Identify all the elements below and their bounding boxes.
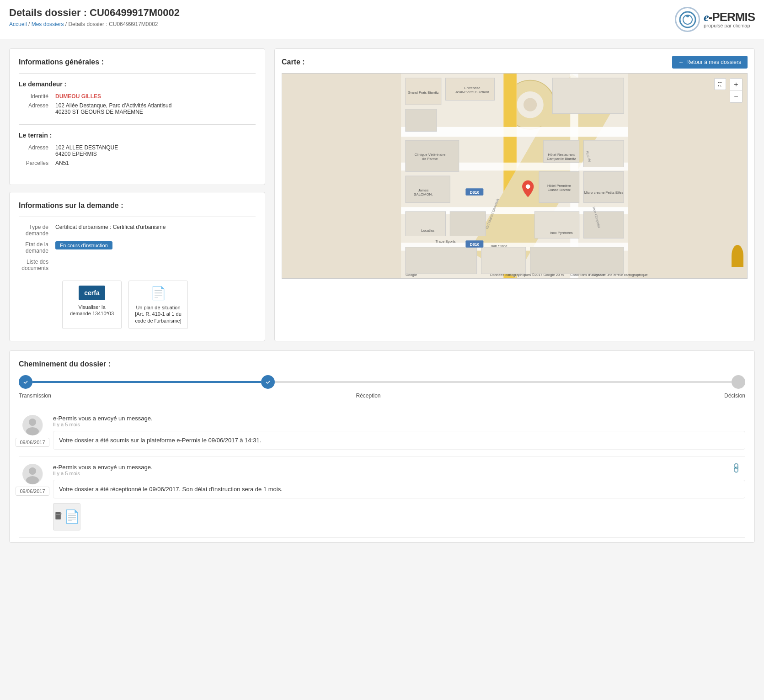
msg-time-2: Il y a 5 mois: [53, 471, 745, 476]
cerfa-logo: cerfa: [79, 286, 105, 300]
svg-point-0: [680, 12, 695, 27]
msg-body-1: Votre dossier a été soumis sur la platef…: [53, 431, 745, 450]
status-badge: En cours d'instruction: [55, 241, 112, 249]
msg-body-2: Votre dossier a été réceptionné le 09/06…: [53, 480, 745, 498]
adresse-value: 102 Allée Destanque, Parc d'Activités At…: [55, 102, 171, 115]
etat-value: En cours d'instruction: [55, 241, 112, 254]
svg-text:Hôtel Première: Hôtel Première: [547, 184, 571, 188]
svg-text:Locatlas: Locatlas: [421, 228, 434, 233]
page-header: Details dossier : CU06499917M0002 Accuei…: [0, 0, 764, 39]
parcelles-row: Parcelles AN51: [19, 160, 256, 166]
zoom-out-button[interactable]: −: [730, 90, 742, 102]
doc1-label: Visualiser la demande 13410*03: [67, 304, 117, 317]
doc2-label: Un plan de situation [Art. R. 410-1 al 1…: [134, 304, 183, 324]
msg-left-2: 09/06/2017: [19, 464, 46, 530]
svg-text:de Parme: de Parme: [422, 157, 438, 161]
svg-text:Hôtel Restaurant: Hôtel Restaurant: [548, 153, 575, 157]
timeline-segment-1: [32, 381, 261, 383]
doc-list: cerfa Visualiser la demande 13410*03 📄 U…: [62, 281, 256, 329]
msg-time-1: Il y a 5 mois: [53, 422, 745, 427]
svg-text:SALOMON.: SALOMON.: [414, 192, 433, 196]
docs-row: Liste des documents cerfa Visualiser la …: [19, 259, 256, 329]
svg-text:D810: D810: [470, 242, 479, 247]
svg-point-66: [26, 427, 39, 435]
svg-rect-70: [55, 512, 61, 520]
doc-plan[interactable]: 📄 Un plan de situation [Art. R. 410-1 al…: [128, 281, 188, 329]
svg-rect-33: [530, 247, 624, 274]
svg-text:Entreprise: Entreprise: [464, 86, 480, 90]
svg-text:Clinique Vétérinaire: Clinique Vétérinaire: [414, 153, 445, 157]
msg-attachment-2: 📄: [53, 503, 745, 530]
svg-point-2: [686, 15, 689, 17]
msg-date-2: 09/06/2017: [16, 487, 49, 496]
logo-brand: e-PERMIS: [704, 11, 755, 23]
svg-text:D810: D810: [470, 190, 479, 195]
svg-rect-72: [55, 514, 60, 514]
logo-icon: [675, 7, 700, 32]
svg-text:Signaler une erreur cartograph: Signaler une erreur cartographique: [593, 273, 648, 277]
identite-label: Identité: [19, 93, 55, 100]
svg-point-6: [524, 98, 537, 111]
svg-point-65: [29, 419, 36, 426]
attachment-file-icon[interactable]: 📄: [53, 503, 80, 530]
msg-left-1: 09/06/2017: [19, 415, 46, 450]
timeline-node-reception: [261, 375, 275, 389]
svg-point-63: [736, 379, 741, 385]
svg-text:Inox Pyrénées: Inox Pyrénées: [550, 231, 573, 235]
msg-header-1: e-Permis vous a envoyé un message. Il y …: [53, 415, 745, 427]
avatar-1: [22, 415, 43, 435]
message-item-2: 09/06/2017 e-Permis vous a envoyé un mes…: [19, 457, 745, 538]
identite-row: Identité DUMEOU GILLES: [19, 93, 256, 100]
timeline-labels: Transmission Réception Décision: [19, 392, 745, 399]
header-left: Details dossier : CU06499917M0002 Accuei…: [9, 7, 180, 27]
svg-text:Trace Sports: Trace Sports: [435, 239, 455, 244]
svg-text:Bab Stand: Bab Stand: [491, 244, 507, 248]
parcelles-value: AN51: [55, 160, 69, 166]
svg-text:James: James: [418, 188, 428, 192]
svg-rect-32: [481, 247, 525, 274]
svg-point-69: [26, 476, 39, 484]
label-transmission: Transmission: [19, 392, 159, 399]
street-view-icon[interactable]: [732, 245, 743, 267]
svg-point-61: [23, 379, 28, 385]
main-content: Informations générales : Le demandeur : …: [0, 39, 764, 552]
svg-rect-24: [450, 212, 486, 236]
page-title: Details dossier : CU06499917M0002: [9, 7, 180, 19]
svg-rect-28: [583, 171, 624, 202]
zoom-in-button[interactable]: +: [730, 79, 742, 90]
msg-header-2: e-Permis vous a envoyé un message. Il y …: [53, 464, 745, 476]
svg-point-62: [265, 379, 271, 385]
map-container[interactable]: D810: [282, 73, 748, 279]
doc-cerfa[interactable]: cerfa Visualiser la demande 13410*03: [62, 281, 122, 329]
demandeur-section: Le demandeur : Identité DUMEOU GILLES Ad…: [19, 80, 256, 115]
svg-point-68: [29, 467, 36, 475]
timeline-wrapper: Transmission Réception Décision: [19, 375, 745, 399]
breadcrumb-mes-dossiers[interactable]: Mes dossiers: [32, 21, 64, 27]
etat-row: Etat de la demande En cours d'instructio…: [19, 241, 256, 254]
docs-label: Liste des documents: [19, 259, 55, 271]
timeline-segment-2: [275, 381, 732, 383]
adresse-label: Adresse: [19, 102, 55, 115]
label-decision: Décision: [605, 392, 745, 399]
map-panel: Carte : ← Retour à mes dossiers: [274, 48, 755, 341]
parcelles-label: Parcelles: [19, 160, 55, 166]
map-fullscreen-button[interactable]: [714, 78, 726, 90]
map-header: Carte : ← Retour à mes dossiers: [282, 56, 748, 69]
breadcrumb: Accueil / Mes dossiers / Details dossier…: [9, 21, 180, 27]
svg-text:Classe Biarritz: Classe Biarritz: [548, 188, 571, 192]
svg-rect-31: [406, 247, 477, 274]
cheminement-panel: Cheminement du dossier :: [9, 350, 755, 543]
terrain-adresse-value: 102 ALLEE DESTANQUE 64200 EPERMIS: [55, 144, 118, 157]
msg-content-2: e-Permis vous a envoyé un message. Il y …: [53, 464, 745, 530]
breadcrumb-accueil[interactable]: Accueil: [9, 21, 27, 27]
svg-rect-19: [406, 109, 437, 132]
cheminement-title: Cheminement du dossier :: [19, 360, 745, 368]
svg-text:Données cartographiques ©2017 : Données cartographiques ©2017 Google 20 …: [490, 273, 564, 277]
timeline-node-transmission: [19, 375, 32, 389]
msg-content-1: e-Permis vous a envoyé un message. Il y …: [53, 415, 745, 450]
document-icon: 📄: [134, 286, 183, 301]
timeline-node-decision: [732, 375, 745, 389]
back-to-dossiers-button[interactable]: ← Retour à mes dossiers: [672, 56, 748, 69]
info-demande-title: Informations sur la demande :: [19, 202, 256, 210]
svg-text:Campanile Biarritz: Campanile Biarritz: [547, 157, 576, 161]
